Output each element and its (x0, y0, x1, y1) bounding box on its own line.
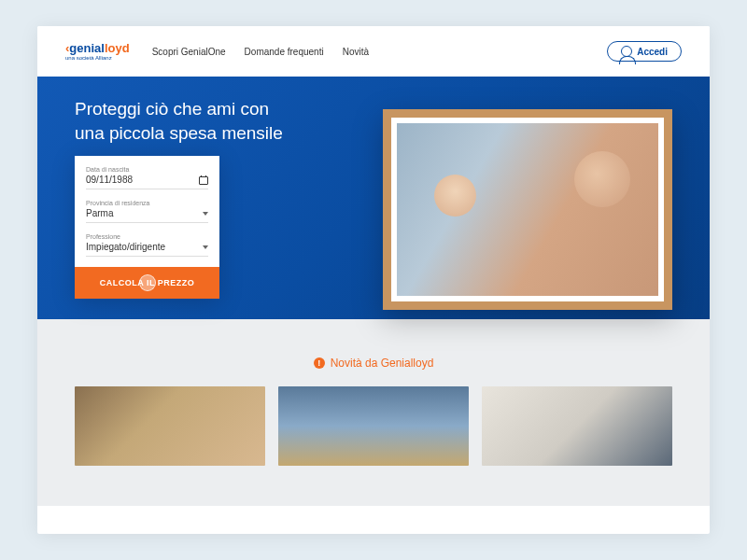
page: ‹genialloyd una società Allianz Scopri G… (37, 26, 710, 534)
profession-field[interactable]: Professione Impiegato/dirigente (86, 233, 208, 257)
province-field[interactable]: Provincia di residenza Parma (86, 200, 208, 223)
login-button[interactable]: Accedi (607, 41, 682, 62)
chevron-down-icon (203, 212, 208, 216)
logo-sub: una società Allianz (65, 55, 130, 61)
news-cards (37, 386, 710, 466)
news-section: ! Novità da Genialloyd (37, 319, 710, 506)
photo-frame (383, 109, 672, 310)
info-icon: ! (314, 357, 325, 369)
logo[interactable]: ‹genialloyd una società Allianz (65, 42, 130, 61)
calculate-button[interactable]: CALCOLA IL PREZZO (75, 267, 219, 299)
nav-news[interactable]: Novità (343, 47, 369, 57)
frame-mat (391, 118, 664, 301)
news-card[interactable] (482, 386, 672, 466)
birth-field[interactable]: Data di nascita 09/11/1988 (86, 166, 208, 189)
profession-value: Impiegato/dirigente (86, 242, 165, 252)
news-card[interactable] (278, 386, 469, 466)
login-label: Accedi (637, 47, 668, 57)
nav-faq[interactable]: Domande frequenti (245, 47, 324, 57)
cta-label: CALCOLA IL PREZZO (100, 278, 195, 287)
hero: Proteggi ciò che ami con una piccola spe… (37, 77, 710, 319)
quote-form: Data di nascita 09/11/1988 Provincia di … (75, 156, 219, 299)
user-icon (621, 46, 632, 57)
birth-label: Data di nascita (86, 166, 208, 173)
nav: Scopri GenialOne Domande frequenti Novit… (152, 47, 585, 57)
news-header: ! Novità da Genialloyd (37, 357, 710, 370)
calendar-icon (199, 175, 208, 185)
logo-text: ‹genialloyd (65, 42, 130, 54)
province-label: Provincia di residenza (86, 200, 208, 206)
hero-title: Proteggi ciò che ami con una piccola spe… (37, 77, 299, 145)
hero-photo (397, 123, 658, 296)
birth-value: 09/11/1988 (86, 175, 133, 185)
chevron-down-icon (203, 245, 208, 249)
header: ‹genialloyd una società Allianz Scopri G… (37, 26, 710, 77)
profession-label: Professione (86, 233, 208, 240)
province-value: Parma (86, 208, 113, 218)
news-title: Novità da Genialloyd (331, 357, 434, 370)
news-card[interactable] (75, 386, 265, 466)
nav-discover[interactable]: Scopri GenialOne (152, 47, 226, 57)
